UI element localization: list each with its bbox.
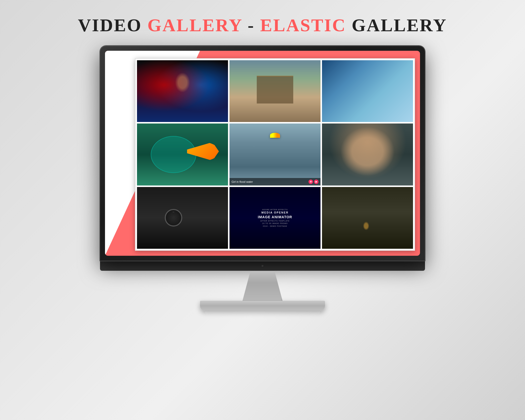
gallery-item-8[interactable]: ADOBE AFTER EFFECTS MEDIA OPENER IMAGE A… (230, 187, 320, 249)
ae-line4: AFTER EFFECTS TEMPLATE (258, 220, 292, 222)
ae-line1: ADOBE AFTER EFFECTS (258, 208, 292, 211)
figure-shape (363, 222, 369, 230)
ae-line5: 20 TO 30 IMAGE PROMO (258, 222, 292, 224)
play-icon[interactable]: ▶ (314, 180, 318, 184)
page-title: VIDEO GALLERY - ELASTIC GALLERY (78, 15, 447, 36)
building-shape (257, 76, 293, 104)
title-part1: VIDEO (78, 15, 148, 35)
title-gallery1: GALLERY (148, 15, 242, 35)
gallery-item-6[interactable] (322, 124, 413, 185)
gallery-item-3[interactable] (322, 60, 413, 122)
gallery-image-3 (322, 60, 413, 122)
link-icon[interactable]: ⚙ (308, 180, 313, 184)
ae-line2: MEDIA OPENER (258, 211, 292, 214)
camera-dot (262, 265, 264, 267)
title-elastic: ELASTIC (260, 15, 346, 35)
monitor-body: Girl in flood water ⚙ ▶ (100, 46, 425, 261)
ae-line3: IMAGE ANIMATOR (258, 215, 292, 219)
gallery-item-5[interactable]: Girl in flood water ⚙ ▶ (230, 124, 320, 185)
face-shape (175, 72, 190, 92)
monitor-stand-base (200, 301, 325, 311)
gallery-item-overlay: Girl in flood water ⚙ ▶ (230, 178, 320, 186)
title-sep: - (242, 15, 260, 35)
ae-line6: 2016 - DEMO FOOTAGE (258, 225, 292, 227)
stand-base-reflection (205, 311, 320, 316)
clock-shape (165, 209, 182, 226)
gallery-item-title: Girl in flood water (232, 180, 253, 183)
umbrella-shape (270, 133, 280, 138)
gallery-image-7 (137, 187, 228, 249)
gallery-image-2 (230, 60, 320, 122)
gallery-image-5 (230, 124, 320, 185)
screen-bezel: Girl in flood water ⚙ ▶ (105, 51, 420, 256)
woman-face-shape (340, 127, 395, 176)
after-effects-text: ADOBE AFTER EFFECTS MEDIA OPENER IMAGE A… (258, 208, 292, 227)
gallery-grid: Girl in flood water ⚙ ▶ (135, 58, 415, 251)
gallery-item-9[interactable] (322, 187, 413, 249)
gallery-item-2[interactable] (230, 60, 320, 122)
title-part2: GALLERY (346, 15, 447, 35)
fishbowl-shape (151, 136, 196, 173)
gallery-image-4 (137, 124, 228, 185)
gallery-item-actions: ⚙ ▶ (308, 180, 318, 184)
gallery-item-4[interactable] (137, 124, 228, 185)
gallery-image-9 (322, 187, 413, 249)
gallery-item-7[interactable] (137, 187, 228, 249)
monitor-stand-neck (242, 271, 282, 301)
gallery-item-1[interactable] (137, 60, 228, 122)
screen-content: Girl in flood water ⚙ ▶ (105, 51, 420, 256)
gallery-image-6 (322, 124, 413, 185)
gallery-image-1 (137, 60, 228, 122)
monitor-chin (100, 261, 425, 271)
monitor: Girl in flood water ⚙ ▶ (100, 46, 425, 316)
gallery-image-8: ADOBE AFTER EFFECTS MEDIA OPENER IMAGE A… (230, 187, 320, 249)
